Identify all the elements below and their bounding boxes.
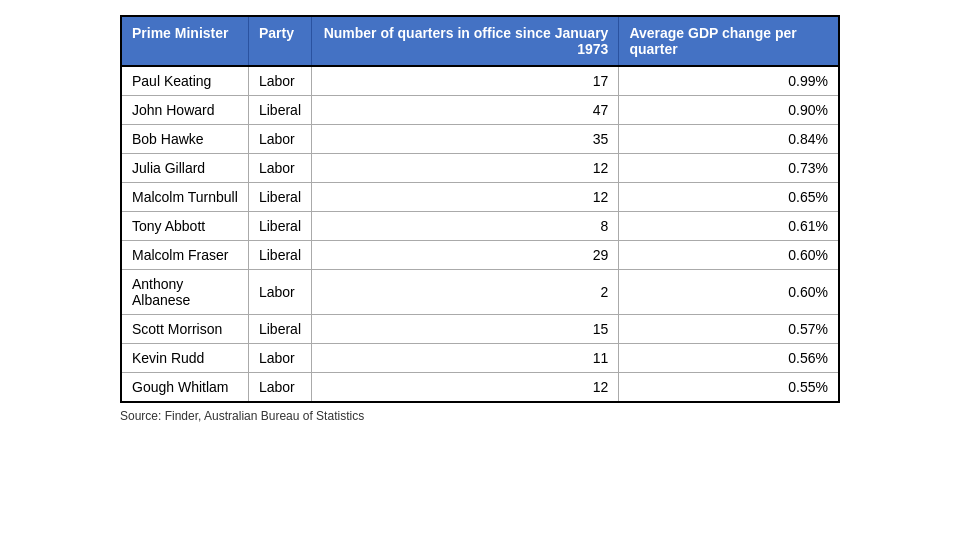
cell-quarters: 17	[312, 66, 619, 96]
table-row: Bob HawkeLabor350.84%	[121, 125, 839, 154]
table-header-row: Prime Minister Party Number of quarters …	[121, 16, 839, 66]
cell-party: Labor	[248, 66, 311, 96]
cell-quarters: 47	[312, 96, 619, 125]
cell-prime-minister: Scott Morrison	[121, 315, 248, 344]
cell-prime-minister: Tony Abbott	[121, 212, 248, 241]
cell-party: Labor	[248, 125, 311, 154]
cell-party: Liberal	[248, 315, 311, 344]
cell-party: Liberal	[248, 96, 311, 125]
cell-prime-minister: Malcolm Turnbull	[121, 183, 248, 212]
cell-party: Labor	[248, 344, 311, 373]
cell-party: Liberal	[248, 241, 311, 270]
col-header-gdp: Average GDP change per quarter	[619, 16, 839, 66]
data-table: Prime Minister Party Number of quarters …	[120, 15, 840, 403]
cell-gdp: 0.55%	[619, 373, 839, 403]
cell-quarters: 12	[312, 183, 619, 212]
table-row: Gough WhitlamLabor120.55%	[121, 373, 839, 403]
table-row: Malcolm TurnbullLiberal120.65%	[121, 183, 839, 212]
cell-quarters: 29	[312, 241, 619, 270]
cell-gdp: 0.90%	[619, 96, 839, 125]
table-row: Julia GillardLabor120.73%	[121, 154, 839, 183]
cell-prime-minister: Malcolm Fraser	[121, 241, 248, 270]
source-citation: Source: Finder, Australian Bureau of Sta…	[120, 409, 840, 423]
cell-gdp: 0.84%	[619, 125, 839, 154]
cell-gdp: 0.56%	[619, 344, 839, 373]
table-row: Scott MorrisonLiberal150.57%	[121, 315, 839, 344]
table-container: Prime Minister Party Number of quarters …	[120, 15, 840, 423]
cell-prime-minister: John Howard	[121, 96, 248, 125]
cell-quarters: 2	[312, 270, 619, 315]
col-header-party: Party	[248, 16, 311, 66]
cell-gdp: 0.65%	[619, 183, 839, 212]
cell-prime-minister: Anthony Albanese	[121, 270, 248, 315]
cell-prime-minister: Julia Gillard	[121, 154, 248, 183]
cell-prime-minister: Bob Hawke	[121, 125, 248, 154]
cell-party: Liberal	[248, 183, 311, 212]
table-row: Kevin RuddLabor110.56%	[121, 344, 839, 373]
cell-gdp: 0.61%	[619, 212, 839, 241]
cell-quarters: 12	[312, 154, 619, 183]
cell-gdp: 0.60%	[619, 241, 839, 270]
cell-prime-minister: Gough Whitlam	[121, 373, 248, 403]
cell-gdp: 0.73%	[619, 154, 839, 183]
table-row: John HowardLiberal470.90%	[121, 96, 839, 125]
cell-quarters: 35	[312, 125, 619, 154]
col-header-quarters: Number of quarters in office since Janua…	[312, 16, 619, 66]
table-row: Paul KeatingLabor170.99%	[121, 66, 839, 96]
cell-party: Labor	[248, 373, 311, 403]
cell-party: Liberal	[248, 212, 311, 241]
cell-quarters: 11	[312, 344, 619, 373]
table-row: Malcolm FraserLiberal290.60%	[121, 241, 839, 270]
col-header-prime-minister: Prime Minister	[121, 16, 248, 66]
table-row: Anthony AlbaneseLabor20.60%	[121, 270, 839, 315]
cell-quarters: 12	[312, 373, 619, 403]
cell-gdp: 0.60%	[619, 270, 839, 315]
cell-quarters: 8	[312, 212, 619, 241]
cell-quarters: 15	[312, 315, 619, 344]
cell-party: Labor	[248, 154, 311, 183]
cell-prime-minister: Kevin Rudd	[121, 344, 248, 373]
table-row: Tony AbbottLiberal80.61%	[121, 212, 839, 241]
cell-gdp: 0.57%	[619, 315, 839, 344]
cell-gdp: 0.99%	[619, 66, 839, 96]
cell-party: Labor	[248, 270, 311, 315]
cell-prime-minister: Paul Keating	[121, 66, 248, 96]
